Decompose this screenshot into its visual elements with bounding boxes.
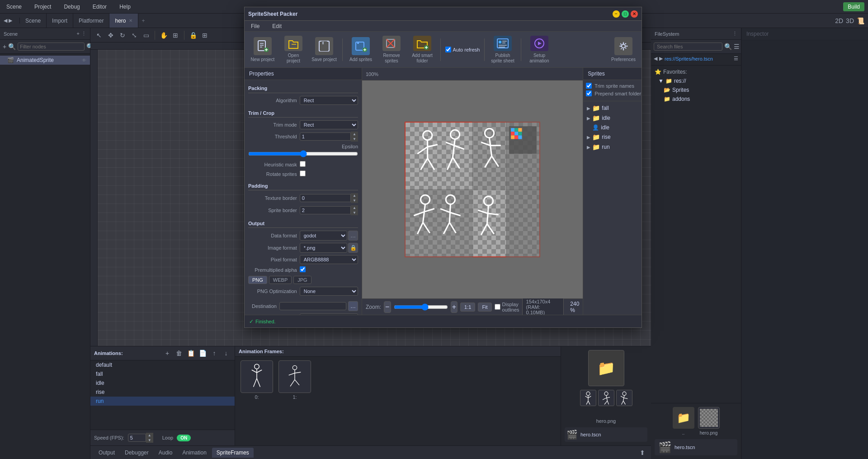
- zoom-in-btn[interactable]: +: [451, 301, 458, 313]
- sprite-folder-run[interactable]: ▶ 📁 run: [583, 142, 642, 152]
- scene-filter[interactable]: 🔍: [8, 42, 16, 52]
- canvas-mode-3d[interactable]: 3D: [846, 17, 854, 24]
- fs-file-dotdot[interactable]: 📁 ..: [673, 407, 694, 435]
- anim-move-down[interactable]: ↓: [221, 348, 231, 358]
- sprite-file-idle[interactable]: ▶ 👤 idle: [583, 123, 642, 132]
- scene-add-node[interactable]: +: [77, 31, 80, 37]
- png-optimization-select[interactable]: None: [300, 287, 358, 296]
- thumb-2[interactable]: [598, 390, 614, 406]
- ssp-maximize-btn[interactable]: □: [622, 10, 629, 18]
- canvas-mode-2d[interactable]: 2D: [835, 17, 843, 24]
- anim-item-default[interactable]: default: [90, 360, 235, 369]
- tab-scene[interactable]: Scene: [20, 14, 47, 28]
- zoom-slider[interactable]: [394, 303, 448, 311]
- canvas-select-tool[interactable]: ↖: [94, 30, 104, 40]
- image-format-select[interactable]: *.png: [300, 243, 347, 253]
- canvas-rotate-tool[interactable]: ↻: [118, 30, 127, 40]
- anim-paste[interactable]: 📄: [198, 348, 208, 358]
- scene-filter-input[interactable]: [18, 43, 85, 51]
- zoom-out-btn[interactable]: −: [384, 301, 391, 313]
- threshold-up[interactable]: ▲: [351, 132, 358, 137]
- data-format-select[interactable]: godot: [300, 231, 347, 241]
- fs-sprites-folder[interactable]: 📂 Sprites: [651, 85, 741, 95]
- fs-favorites[interactable]: ⭐ Favorites:: [651, 67, 741, 76]
- build-button[interactable]: Build: [843, 2, 864, 11]
- fs-file-hero-tscn[interactable]: 🎬 hero.tscn: [655, 439, 737, 455]
- trim-sprite-names-checkbox[interactable]: [586, 83, 592, 89]
- threshold-input[interactable]: 1: [300, 132, 351, 141]
- filesystem-search-btn[interactable]: 🔍: [724, 42, 732, 52]
- sprite-border-input[interactable]: [300, 206, 351, 214]
- scene-options[interactable]: ⋮: [81, 31, 86, 37]
- ssp-open-project-btn[interactable]: Open project: [279, 34, 308, 66]
- filesystem-layout-btn[interactable]: ☰: [734, 42, 740, 52]
- packing-title[interactable]: Packing: [248, 84, 358, 93]
- zoom-fit-btn[interactable]: Fit: [478, 303, 491, 312]
- algorithm-select[interactable]: Rect: [300, 96, 358, 105]
- tab-import[interactable]: Import: [47, 14, 73, 28]
- speed-increment[interactable]: ▲: [146, 433, 153, 438]
- webp-tab-btn[interactable]: WEBP: [269, 276, 292, 284]
- ssp-publish-btn[interactable]: Publish sprite sheet: [488, 34, 517, 66]
- scene-node-animatedsprite[interactable]: 🎬 AnimatedSprite 👁: [0, 56, 90, 65]
- filesystem-options[interactable]: ⋮: [732, 31, 737, 37]
- heuristic-mask-checkbox[interactable]: [300, 161, 306, 167]
- scene-new-node[interactable]: +: [3, 42, 6, 52]
- speed-decrement[interactable]: ▼: [146, 438, 153, 443]
- png-tab-btn[interactable]: PNG: [248, 276, 267, 284]
- canvas-hand-tool[interactable]: ✋: [159, 30, 169, 40]
- tab-spriteframes[interactable]: SpriteFrames: [212, 448, 254, 458]
- tab-add-button[interactable]: +: [138, 16, 149, 26]
- canvas-lock[interactable]: 🔒: [188, 30, 198, 40]
- destination-input[interactable]: idle_with_snap-slopeBug/Sprites: [279, 302, 346, 310]
- auto-refresh-check[interactable]: Auto refresh: [445, 47, 480, 52]
- anim-copy[interactable]: 📋: [186, 348, 196, 358]
- fs-res[interactable]: ▼ 📁 res://: [651, 76, 741, 85]
- trim-mode-select[interactable]: Rect: [300, 120, 358, 129]
- anim-delete[interactable]: 🗑: [174, 348, 184, 358]
- tab-audio[interactable]: Audio: [154, 448, 177, 458]
- fs-options[interactable]: ☰: [734, 56, 738, 62]
- jpg-tab-btn[interactable]: JPG: [293, 276, 311, 284]
- tab-animation[interactable]: Animation: [178, 448, 211, 458]
- node-visibility-icon[interactable]: 👁: [82, 58, 86, 63]
- ssp-add-sprites-btn[interactable]: Add sprites: [346, 34, 375, 66]
- canvas-snap[interactable]: ⊞: [170, 30, 180, 40]
- canvas-grid[interactable]: ⊞: [200, 30, 210, 40]
- menu-editor[interactable]: Editor: [90, 3, 109, 11]
- threshold-down[interactable]: ▼: [351, 137, 358, 142]
- fs-file-hero-png[interactable]: hero.png: [698, 407, 720, 435]
- fs-addons-folder[interactable]: 📁 addons: [651, 95, 741, 104]
- thumb-1[interactable]: [580, 390, 596, 406]
- hero-tscn-item[interactable]: 🎬 hero.tscn: [565, 427, 647, 442]
- tab-debugger[interactable]: Debugger: [120, 448, 153, 458]
- display-outlines-checkbox[interactable]: [495, 304, 500, 310]
- anim-item-rise[interactable]: rise: [90, 388, 235, 397]
- canvas-scale-tool[interactable]: ⤡: [129, 30, 139, 40]
- menu-project[interactable]: Project: [32, 3, 54, 11]
- premultiplied-alpha-checkbox[interactable]: [300, 266, 306, 272]
- rotate-sprites-checkbox[interactable]: [300, 170, 306, 176]
- sprite-folder-idle1[interactable]: ▶ 📁 idle: [583, 113, 642, 123]
- auto-refresh-checkbox[interactable]: [445, 47, 451, 52]
- menu-help[interactable]: Help: [117, 3, 133, 11]
- anim-item-run[interactable]: run: [90, 397, 235, 406]
- tab-hero-close[interactable]: ✕: [129, 18, 132, 23]
- canvas-mode-script[interactable]: 📜: [857, 17, 864, 24]
- frame-0[interactable]: 0:: [239, 360, 275, 442]
- destination-browse[interactable]: …: [348, 301, 358, 311]
- frame-1[interactable]: 1:: [277, 360, 313, 442]
- zoom-1-1-btn[interactable]: 1:1: [460, 303, 475, 312]
- filesystem-search[interactable]: [654, 43, 722, 51]
- texture-border-input[interactable]: [300, 194, 351, 202]
- anim-add[interactable]: +: [162, 348, 172, 358]
- loop-toggle[interactable]: ON: [177, 435, 191, 441]
- sprite-border-down[interactable]: ▼: [351, 210, 358, 215]
- image-format-lock[interactable]: 🔒: [348, 243, 358, 253]
- data-format-browse[interactable]: …: [348, 231, 358, 241]
- speed-spinbox[interactable]: 5 ▲ ▼: [128, 433, 153, 443]
- ssp-close-btn[interactable]: ✕: [631, 10, 638, 18]
- ssp-menu-edit[interactable]: Edit: [269, 22, 284, 30]
- bottom-panel-expand[interactable]: ⬆: [637, 448, 647, 458]
- ssp-setup-animation-btn[interactable]: Setup animation: [525, 34, 554, 66]
